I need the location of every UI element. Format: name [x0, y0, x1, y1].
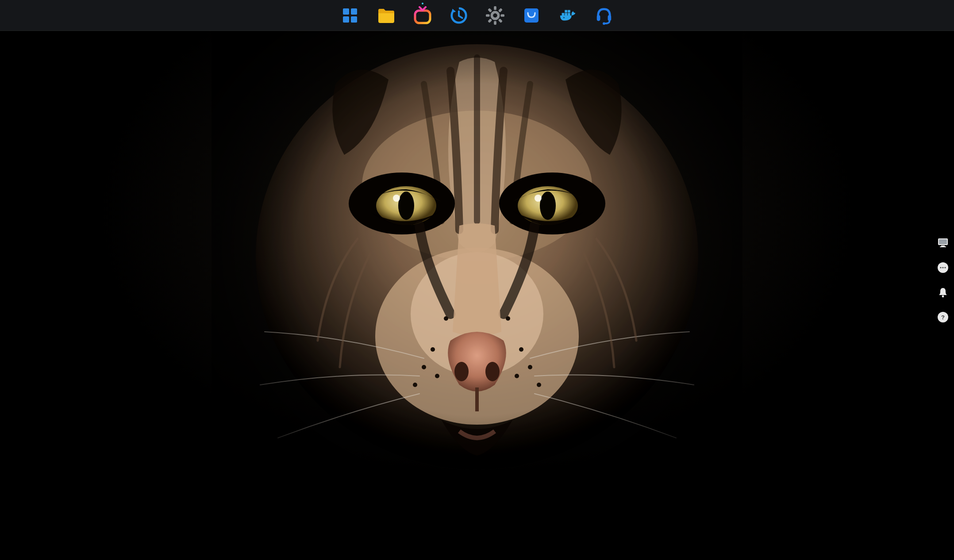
svg-rect-50 — [568, 10, 570, 12]
svg-rect-52 — [597, 15, 600, 21]
wallpaper-subject-wildcat — [212, 31, 742, 518]
monitor-icon — [938, 238, 948, 248]
svg-rect-39 — [486, 14, 490, 17]
svg-rect-56 — [939, 239, 947, 244]
folder-icon — [377, 7, 395, 24]
side-panel: ? — [937, 237, 949, 323]
svg-rect-42 — [488, 18, 492, 23]
svg-rect-44 — [498, 18, 503, 23]
bag-icon — [523, 7, 540, 24]
svg-rect-37 — [494, 6, 496, 10]
svg-rect-30 — [343, 16, 349, 23]
svg-rect-57 — [941, 245, 945, 246]
gear-icon — [486, 6, 504, 25]
taskbar-item-settings[interactable] — [486, 6, 504, 25]
chat-icon — [938, 262, 948, 273]
side-widget-pc[interactable] — [937, 237, 949, 249]
svg-rect-49 — [565, 10, 567, 12]
svg-rect-58 — [940, 246, 946, 247]
taskbar-item-backup[interactable] — [450, 6, 468, 25]
help-icon: ? — [938, 312, 948, 322]
svg-point-61 — [944, 267, 946, 268]
svg-rect-47 — [565, 13, 567, 15]
svg-rect-33 — [342, 15, 358, 16]
svg-rect-27 — [212, 31, 742, 518]
svg-point-36 — [492, 12, 498, 19]
svg-point-59 — [940, 267, 941, 268]
svg-rect-48 — [568, 13, 570, 15]
grid-icon — [341, 7, 359, 24]
svg-rect-34 — [415, 11, 430, 23]
bell-icon — [938, 287, 948, 298]
svg-point-62 — [942, 295, 944, 298]
clock-icon — [450, 6, 468, 25]
taskbar-item-files[interactable] — [377, 6, 396, 25]
taskbar-item-docker[interactable] — [558, 6, 577, 25]
notification-dot-icon — [422, 3, 423, 4]
taskbar — [0, 0, 954, 31]
svg-point-51 — [563, 17, 565, 18]
svg-rect-38 — [494, 21, 496, 25]
taskbar-item-media[interactable] — [413, 6, 432, 25]
headset-icon — [595, 6, 613, 25]
taskbar-item-apps[interactable] — [341, 6, 359, 25]
svg-rect-31 — [351, 16, 357, 23]
svg-rect-41 — [498, 8, 503, 12]
side-widget-help[interactable]: ? — [937, 311, 949, 323]
docker-icon — [558, 7, 577, 24]
svg-rect-46 — [562, 13, 565, 15]
svg-rect-53 — [608, 15, 612, 21]
tv-icon — [413, 6, 432, 25]
svg-rect-29 — [351, 8, 357, 15]
svg-point-54 — [603, 22, 605, 25]
svg-rect-45 — [524, 8, 539, 23]
svg-rect-43 — [488, 8, 492, 12]
side-widget-notify[interactable] — [937, 287, 949, 298]
svg-point-60 — [942, 267, 943, 268]
side-widget-chat[interactable] — [937, 262, 949, 273]
svg-rect-28 — [343, 8, 349, 15]
taskbar-item-support[interactable] — [595, 6, 613, 25]
taskbar-item-store[interactable] — [522, 6, 541, 25]
svg-rect-40 — [500, 14, 504, 17]
